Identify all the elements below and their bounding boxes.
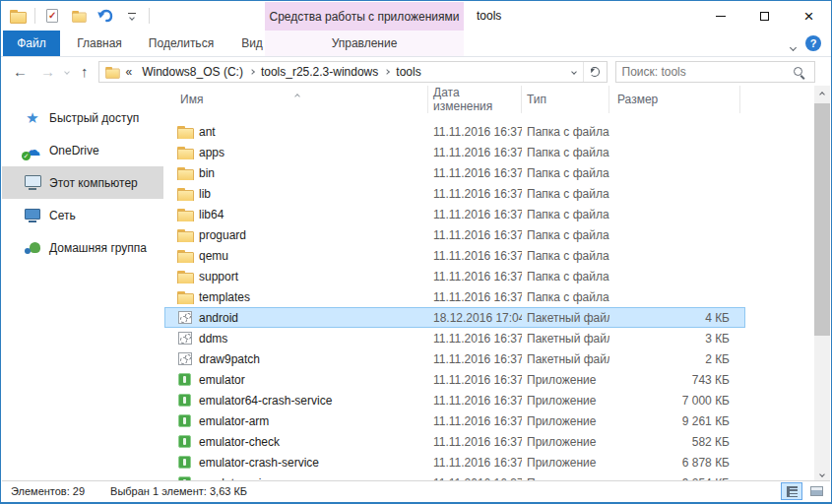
folder-icon	[177, 125, 193, 139]
column-header-date[interactable]: Дата изменения	[428, 86, 522, 113]
refresh-button[interactable]	[583, 62, 607, 82]
breadcrumb-item-current[interactable]: tools	[390, 65, 426, 79]
vertical-scrollbar[interactable]	[814, 86, 830, 483]
file-name: ant	[199, 125, 216, 139]
file-date: 11.11.2016 16:37	[428, 208, 522, 221]
file-name: apps	[199, 146, 224, 159]
help-icon[interactable]	[805, 35, 821, 51]
address-dropdown-button[interactable]	[565, 70, 583, 74]
file-row[interactable]: proguard 11.11.2016 16:37 Папка с файлам…	[164, 224, 745, 245]
breadcrumb-separator-icon[interactable]	[249, 69, 255, 75]
address-bar[interactable]: « Windows8_OS (C:) tools_r25.2.3-windows…	[98, 61, 608, 83]
scrollbar-thumb[interactable]	[814, 103, 830, 336]
file-type: Приложение	[522, 394, 609, 408]
file-type: Папка с файлами	[522, 228, 609, 242]
thumbnails-view-button[interactable]	[805, 482, 827, 500]
customize-qat-button[interactable]	[122, 6, 142, 26]
file-size: 582 КБ	[609, 435, 745, 449]
column-header-size[interactable]: Размер	[609, 86, 740, 113]
ribbon-expand-button[interactable]	[791, 39, 796, 53]
file-row[interactable]: emulator-crash-service 11.11.2016 16:37 …	[164, 452, 745, 472]
file-date: 18.12.2016 17:04	[428, 311, 522, 325]
maximize-button[interactable]	[742, 1, 787, 31]
file-row[interactable]: ant 11.11.2016 16:37 Папка с файлами	[164, 121, 745, 142]
toolbar-separator	[149, 8, 150, 24]
file-row[interactable]: support 11.11.2016 16:37 Папка с файлами	[164, 266, 745, 286]
file-type: Приложение	[522, 456, 609, 470]
file-type: Папка с файлами	[522, 270, 609, 284]
file-name: draw9patch	[199, 352, 260, 366]
chevron-down-icon	[819, 472, 825, 477]
search-input[interactable]	[616, 65, 794, 79]
file-row[interactable]: emulator64-crash-service 11.11.2016 16:3…	[164, 390, 745, 410]
folder-icon	[177, 249, 193, 263]
file-type: Пакетный файл ...	[522, 311, 609, 325]
properties-button[interactable]	[42, 6, 62, 26]
folder-icon	[177, 290, 193, 304]
application-icon	[178, 373, 191, 386]
file-name: emulator-check	[199, 435, 280, 449]
sidebar-item-network[interactable]: Сеть	[2, 199, 163, 231]
file-row[interactable]: ddms 11.11.2016 16:37 Пакетный файл ... …	[164, 328, 745, 348]
column-header-label: Тип	[527, 93, 546, 106]
file-row[interactable]: lib 11.11.2016 16:37 Папка с файлами	[164, 183, 745, 204]
column-headers: Имя Дата изменения Тип Размер	[164, 86, 817, 113]
tab-file[interactable]: Файл	[3, 31, 60, 56]
search-icon[interactable]	[794, 67, 802, 76]
file-row[interactable]: emulator-arm 11.11.2016 16:37 Приложение…	[164, 410, 745, 431]
file-row[interactable]: templates 11.11.2016 16:37 Папка с файла…	[164, 286, 745, 307]
chevron-up-icon	[819, 92, 825, 97]
sidebar-item-onedrive[interactable]: OneDrive	[2, 134, 163, 166]
file-name: lib	[199, 187, 211, 201]
explorer-window-icon[interactable]	[8, 6, 28, 26]
minimize-button[interactable]	[698, 1, 742, 31]
address-folder-icon	[105, 66, 119, 78]
back-button[interactable]: ←	[13, 64, 28, 79]
sidebar-item-homegroup[interactable]: Домашняя группа	[2, 231, 163, 264]
file-row[interactable]: draw9patch 11.11.2016 16:37 Пакетный фай…	[164, 348, 745, 369]
breadcrumb-overflow[interactable]: «	[126, 65, 133, 79]
column-header-type[interactable]: Тип	[522, 86, 609, 113]
tab-manage[interactable]: Управление	[265, 31, 464, 56]
undo-button[interactable]	[96, 6, 115, 26]
file-row[interactable]: apps 11.11.2016 16:37 Папка с файлами	[164, 142, 745, 162]
search-box[interactable]	[615, 61, 815, 83]
details-view-button[interactable]	[781, 482, 802, 500]
file-date: 11.11.2016 16:37	[428, 290, 522, 304]
recent-locations-icon[interactable]	[64, 69, 70, 75]
breadcrumb-separator-icon[interactable]	[384, 69, 390, 75]
star-icon	[24, 109, 41, 127]
forward-button[interactable]: →	[40, 64, 55, 79]
file-row[interactable]: lib64 11.11.2016 16:37 Папка с файлами	[164, 204, 745, 224]
new-folder-button[interactable]	[69, 6, 89, 26]
contextual-tab-group-header: Средства работы с приложениями	[265, 2, 464, 31]
file-type: Папка с файлами	[522, 208, 609, 221]
close-button[interactable]	[787, 1, 831, 31]
tab-home[interactable]: Главная	[62, 31, 137, 56]
file-row[interactable]: emulator 11.11.2016 16:37 Приложение 743…	[164, 369, 745, 390]
maximize-icon	[760, 12, 769, 21]
breadcrumb-item-parent[interactable]: tools_r25.2.3-windows	[255, 65, 384, 79]
sidebar-item-this-pc[interactable]: Этот компьютер	[2, 166, 163, 199]
cloud-icon	[24, 142, 41, 159]
scroll-up-button[interactable]	[814, 87, 830, 102]
file-date: 11.11.2016 16:37	[428, 435, 522, 449]
file-name: templates	[199, 290, 250, 304]
file-row[interactable]: emulator-check 11.11.2016 16:37 Приложен…	[164, 431, 745, 452]
folder-icon	[177, 166, 193, 180]
file-date: 11.11.2016 16:37	[428, 352, 522, 366]
tab-share[interactable]: Поделиться	[137, 31, 225, 56]
breadcrumb-item-drive[interactable]: Windows8_OS (C:)	[136, 65, 249, 79]
file-row[interactable]: bin 11.11.2016 16:37 Папка с файлами	[164, 162, 745, 183]
up-button[interactable]: ↑	[81, 64, 89, 79]
file-row[interactable]: qemu 11.11.2016 16:37 Папка с файлами	[164, 245, 745, 266]
file-type: Пакетный файл ...	[522, 352, 609, 366]
chevron-down-icon	[128, 13, 136, 20]
file-row[interactable]: android 18.12.2016 17:04 Пакетный файл .…	[164, 307, 745, 328]
folder-icon	[177, 208, 193, 221]
items-count: Элементов: 29	[11, 485, 85, 497]
sidebar-item-label: OneDrive	[49, 144, 99, 158]
sidebar-item-quick-access[interactable]: Быстрый доступ	[2, 101, 163, 134]
file-type: Пакетный файл ...	[522, 332, 609, 346]
application-icon	[178, 394, 191, 407]
